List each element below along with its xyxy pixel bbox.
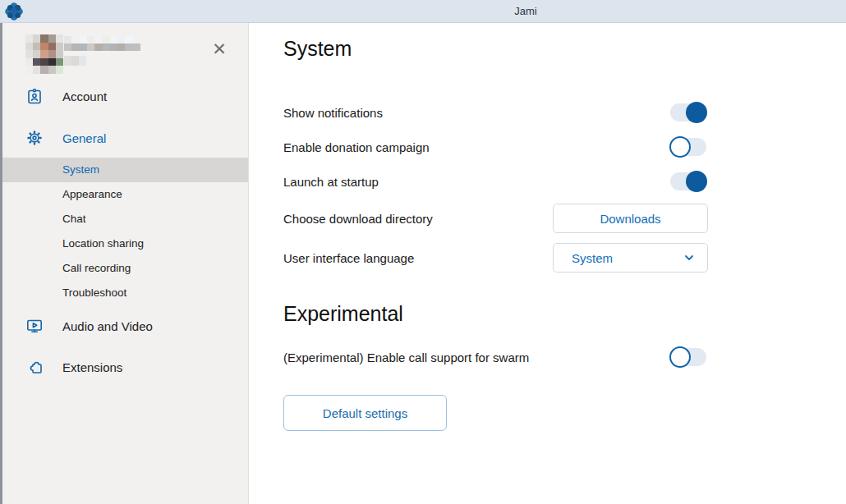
language-select[interactable]: System (553, 243, 708, 273)
setting-label: (Experimental) Enable call support for s… (283, 351, 529, 364)
settings-sidebar: ✕ Account (0, 23, 249, 504)
system-settings-rows: Show notifications Enable donation campa… (283, 95, 708, 277)
id-card-icon (25, 87, 44, 105)
setting-label: Choose download directory (283, 212, 433, 226)
section-title-experimental: Experimental (283, 302, 708, 325)
sidebar-subitem-call-recording[interactable]: Call recording (2, 256, 248, 281)
default-settings-button[interactable]: Default settings (283, 395, 447, 431)
download-directory-button[interactable]: Downloads (553, 204, 708, 233)
sidebar-item-account[interactable]: Account (2, 85, 248, 107)
sidebar-subitem-appearance[interactable]: Appearance (2, 182, 248, 207)
setting-label: Show notifications (283, 106, 383, 120)
setting-row-swarm-call-support: (Experimental) Enable call support for s… (283, 340, 708, 374)
sidebar-item-extensions[interactable]: Extensions (2, 356, 248, 378)
sidebar-subitem-troubleshoot[interactable]: Troubleshoot (2, 281, 248, 305)
setting-row-donation-campaign: Enable donation campaign (283, 130, 708, 164)
swarm-call-support-toggle[interactable] (670, 348, 706, 366)
launch-at-startup-toggle[interactable] (670, 172, 706, 190)
toggle-knob (686, 102, 707, 123)
settings-main-panel: System Show notifications Enable donatio… (249, 23, 846, 504)
sidebar-item-label: Account (62, 89, 107, 103)
section-title-system: System (283, 34, 708, 62)
language-select-value: System (572, 251, 613, 265)
sidebar-item-label: Extensions (62, 360, 122, 374)
screen-play-icon (25, 317, 44, 335)
window-title: Jami (494, 0, 557, 23)
setting-row-ui-language: User interface language System (283, 238, 708, 277)
toggle-knob (669, 346, 691, 368)
profile-header: ✕ (2, 23, 248, 74)
puzzle-icon (25, 358, 44, 376)
toggle-knob (669, 136, 691, 158)
sidebar-item-label: General (62, 131, 106, 145)
gear-icon (25, 129, 44, 147)
setting-label: User interface language (283, 251, 414, 265)
show-notifications-toggle[interactable] (670, 103, 706, 121)
titlebar[interactable]: Jami (0, 0, 846, 23)
sidebar-subitem-location-sharing[interactable]: Location sharing (2, 231, 248, 256)
experimental-settings-rows: (Experimental) Enable call support for s… (283, 340, 708, 374)
sidebar-item-general[interactable]: General (2, 127, 248, 149)
jami-logo-icon (4, 2, 24, 21)
avatar (25, 34, 63, 74)
sidebar-subitem-chat[interactable]: Chat (2, 207, 248, 231)
sidebar-item-label: Audio and Video (62, 319, 153, 333)
account-id-redacted (64, 56, 86, 66)
setting-label: Enable donation campaign (283, 140, 430, 154)
toggle-knob (686, 171, 707, 192)
close-settings-button[interactable]: ✕ (208, 38, 231, 61)
setting-row-launch-at-startup: Launch at startup (283, 164, 708, 199)
setting-row-download-directory: Choose download directory Downloads (283, 199, 708, 238)
setting-row-show-notifications: Show notifications (283, 95, 708, 130)
donation-campaign-toggle[interactable] (670, 138, 706, 156)
app-window: ✕ Account (0, 23, 846, 504)
sidebar-item-audio-video[interactable]: Audio and Video (2, 315, 248, 337)
setting-label: Launch at startup (283, 175, 379, 189)
account-name-redacted (64, 36, 140, 51)
chevron-down-icon (683, 251, 696, 264)
general-subsections: System Appearance Chat Location sharing … (2, 158, 248, 305)
sidebar-subitem-system[interactable]: System (2, 158, 248, 182)
